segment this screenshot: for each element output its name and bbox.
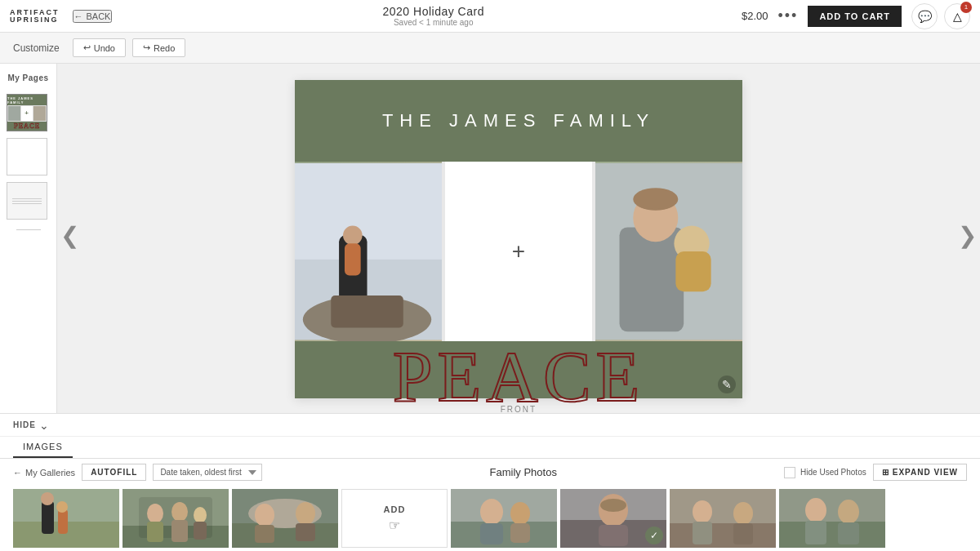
saved-status: Saved < 1 minute ago [394, 18, 474, 27]
hide-panel-bar[interactable]: HIDE ⌄ [0, 414, 980, 437]
svg-rect-17 [58, 509, 68, 534]
nav-right: $2.00 ••• ADD TO CART 💬 △ 1 [742, 3, 970, 29]
alert-button[interactable]: △ 1 [944, 3, 970, 29]
card-photo-left-image [295, 162, 442, 341]
redo-button[interactable]: ↪ Redo [132, 38, 185, 57]
svg-point-39 [510, 502, 530, 525]
gallery-photo-2[interactable] [122, 489, 229, 548]
more-options-button[interactable]: ••• [778, 7, 799, 24]
gallery-photo-3[interactable] [232, 489, 338, 548]
svg-point-18 [56, 501, 68, 513]
add-photo-cursor-icon: ☞ [389, 518, 400, 533]
pages-sidebar: My Pages THE JAMES FAMILY + PEACE [0, 64, 57, 413]
gallery-photo-7[interactable] [670, 489, 776, 548]
alert-badge: 1 [960, 2, 972, 13]
next-arrow-icon: ❯ [958, 223, 977, 248]
envelope-line-1 [12, 198, 42, 199]
svg-rect-47 [670, 523, 776, 548]
my-galleries-button[interactable]: ← My Galleries [13, 468, 75, 478]
autofill-button[interactable]: AUTOFILL [82, 464, 146, 481]
gallery-photo-1[interactable] [13, 489, 119, 548]
tab-images[interactable]: IMAGES [13, 437, 73, 458]
price-display: $2.00 [742, 10, 768, 22]
check-icon: ✓ [650, 530, 658, 541]
prev-page-button[interactable]: ❮ [60, 222, 79, 249]
hide-used-label: Hide Used Photos [800, 468, 866, 477]
brand-name-bottom: UPRISING [10, 16, 60, 24]
add-to-cart-button[interactable]: ADD TO CART [808, 6, 902, 27]
main-area: My Pages THE JAMES FAMILY + PEACE [0, 64, 980, 413]
sidebar-title: My Pages [7, 73, 50, 82]
envelope-line-2 [12, 201, 42, 202]
redo-label: Redo [154, 43, 175, 53]
svg-point-56 [838, 500, 859, 524]
gallery-photo-5[interactable] [451, 489, 557, 548]
gallery-photo-6[interactable]: ✓ [560, 489, 666, 548]
gallery-title: Family Photos [269, 466, 777, 478]
card-header-band: THE JAMES FAMILY [295, 80, 742, 162]
svg-rect-53 [779, 522, 885, 548]
card-bottom-band: PEACE ✎ [295, 341, 742, 398]
card-photos-row: + [295, 162, 742, 341]
svg-point-31 [255, 504, 274, 527]
toolbar-label: Customize [13, 42, 60, 54]
svg-rect-55 [805, 521, 826, 544]
hide-used-checkbox[interactable] [784, 467, 795, 478]
alert-icon: △ [953, 10, 962, 23]
add-photo-icon: + [512, 238, 525, 264]
svg-rect-6 [331, 295, 403, 327]
bottom-tabs: IMAGES [0, 437, 980, 459]
sidebar-page-inner[interactable] [7, 138, 47, 176]
sidebar-divider [16, 229, 41, 230]
chat-icon: 💬 [918, 10, 932, 23]
gallery-thumb-1-image [13, 489, 119, 548]
nav-center: 2020 Holiday Card Saved < 1 minute ago [125, 5, 742, 27]
card-photo-left[interactable] [295, 162, 442, 341]
pencil-icon: ✎ [722, 378, 732, 391]
undo-icon: ↩ [83, 42, 91, 53]
gallery-thumb-2-image [122, 489, 229, 548]
sidebar-page-front[interactable]: THE JAMES FAMILY + PEACE [7, 94, 47, 131]
nav-icon-group: 💬 △ 1 [911, 3, 970, 29]
undo-button[interactable]: ↩ Undo [73, 38, 126, 57]
card-family-name: THE JAMES FAMILY [382, 110, 655, 131]
next-page-button[interactable]: ❯ [958, 222, 977, 249]
svg-point-4 [343, 226, 363, 246]
svg-rect-57 [838, 522, 859, 544]
svg-point-24 [172, 502, 188, 522]
sidebar-page-envelope[interactable] [7, 182, 47, 220]
edit-pencil-button[interactable]: ✎ [718, 375, 736, 393]
gallery-thumb-8-image [779, 489, 885, 548]
bottom-panel: HIDE ⌄ IMAGES ← My Galleries AUTOFILL Da… [0, 413, 980, 551]
add-photo-label: ADD [384, 504, 406, 514]
photo-used-checkmark: ✓ [645, 527, 663, 544]
svg-rect-8 [620, 227, 684, 331]
my-galleries-label: My Galleries [25, 468, 75, 478]
back-button[interactable]: ← BACK [73, 10, 113, 23]
envelope-line-3 [12, 203, 42, 204]
card-side-label: FRONT [501, 405, 537, 413]
card-photo-right[interactable] [595, 162, 742, 341]
card-photo-middle[interactable]: + [442, 162, 595, 341]
svg-rect-5 [345, 243, 361, 275]
svg-point-48 [693, 500, 712, 523]
svg-rect-12 [675, 251, 710, 291]
svg-rect-15 [42, 501, 54, 534]
svg-point-37 [480, 499, 503, 525]
chat-button[interactable]: 💬 [911, 3, 938, 29]
document-title: 2020 Holiday Card [382, 5, 483, 18]
gallery-photo-8[interactable] [779, 489, 885, 548]
svg-rect-44 [599, 525, 628, 546]
sort-select[interactable]: Date taken, oldest first [153, 464, 262, 481]
undo-label: Undo [94, 43, 115, 53]
brand-logo[interactable]: ARTIFACT UPRISING [10, 9, 60, 24]
chevron-down-icon: ⌄ [39, 419, 49, 432]
canvas-area: ❮ ❯ THE JAMES FAMILY [57, 64, 980, 413]
peace-word: PEACE [295, 341, 742, 413]
svg-rect-40 [510, 523, 530, 543]
gallery-thumb-3-image [232, 489, 338, 548]
gallery-photo-add[interactable]: ADD ☞ [341, 489, 448, 548]
expand-view-button[interactable]: ⊞ EXPAND VIEW [873, 464, 967, 481]
hide-label: HIDE [13, 420, 36, 429]
svg-point-26 [194, 507, 207, 523]
